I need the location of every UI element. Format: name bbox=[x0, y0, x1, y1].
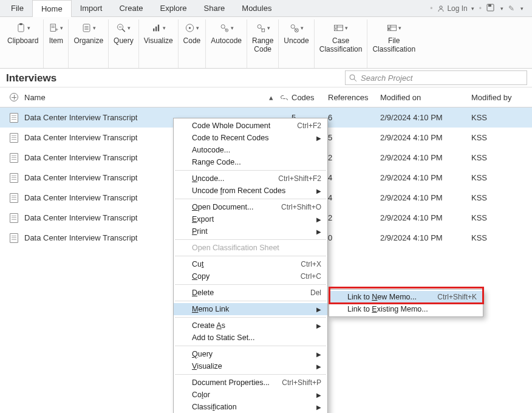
search-placeholder: Search Project bbox=[361, 73, 412, 83]
sort-asc-icon[interactable]: ▴ bbox=[265, 93, 277, 102]
menu-item-open-document[interactable]: Open Document...Ctrl+Shift+O bbox=[174, 201, 327, 213]
submenu-arrow-icon: ▶ bbox=[316, 188, 321, 194]
menu-item-shortcut: Ctrl+Shift+P bbox=[282, 378, 321, 387]
chevron-down-icon[interactable]: ▾ bbox=[520, 5, 523, 12]
menu-item-code-to-recent-codes[interactable]: Code to Recent Codes▶ bbox=[174, 132, 327, 144]
ribbon-clipboard[interactable]: ▾Clipboard bbox=[2, 19, 44, 68]
menu-item-memo-link[interactable]: Memo Link▶ bbox=[174, 303, 327, 315]
document-icon bbox=[6, 173, 22, 183]
ribbon-item[interactable]: +▾Item bbox=[44, 19, 69, 68]
menu-item-copy[interactable]: CopyCtrl+C bbox=[174, 270, 327, 282]
menu-item-label: Query bbox=[192, 350, 304, 358]
ribbon-icon: ▾ bbox=[256, 21, 270, 35]
menu-item-query[interactable]: Query▶ bbox=[174, 348, 327, 360]
menutab-modules[interactable]: Modules bbox=[233, 0, 280, 17]
memo-link-submenu[interactable]: Link to New Memo...Ctrl+Shift+KLink to E… bbox=[329, 289, 483, 317]
ribbon-uncode[interactable]: ▾Uncode bbox=[279, 19, 314, 68]
menu-item-label: Uncode from Recent Codes bbox=[192, 186, 304, 195]
row-modified-by: KSS bbox=[471, 153, 526, 162]
header-references[interactable]: References bbox=[328, 93, 380, 102]
ribbon-visualize[interactable]: ▾Visualize bbox=[139, 19, 179, 68]
menu-item-label: Cut bbox=[192, 260, 288, 268]
svg-rect-2 bbox=[488, 4, 491, 7]
menu-item-color[interactable]: Color▶ bbox=[174, 389, 327, 401]
header-codes[interactable]: Codes bbox=[292, 93, 328, 102]
link-icon bbox=[277, 93, 292, 102]
ribbon-icon: ▾ bbox=[219, 21, 234, 35]
menu-item-uncode-from-recent-codes[interactable]: Uncode from Recent Codes▶ bbox=[174, 185, 327, 197]
menutab-share[interactable]: Share bbox=[196, 0, 234, 17]
menu-item-label: Export bbox=[192, 215, 304, 224]
ribbon-case-classification[interactable]: ▾Case Classification bbox=[315, 19, 368, 68]
menu-separator bbox=[175, 284, 326, 285]
menu-item-range-code[interactable]: Range Code... bbox=[174, 156, 327, 168]
menu-item-label: Uncode... bbox=[192, 174, 266, 183]
context-menu[interactable]: Code Whole DocumentCtrl+F2Code to Recent… bbox=[173, 118, 328, 413]
menu-item-cut[interactable]: CutCtrl+X bbox=[174, 258, 327, 270]
user-icon: Log In ▾ bbox=[437, 4, 474, 13]
header-modified-on[interactable]: Modified on bbox=[380, 93, 471, 102]
menu-item-delete[interactable]: DeleteDel bbox=[174, 287, 327, 299]
menu-item-uncode[interactable]: Uncode...Ctrl+Shift+F2 bbox=[174, 172, 327, 185]
menu-item-autocode[interactable]: Autocode... bbox=[174, 144, 327, 156]
menu-item-add-to-static-set[interactable]: Add to Static Set... bbox=[174, 332, 327, 344]
menu-item-export[interactable]: Export▶ bbox=[174, 213, 327, 225]
menu-item-shortcut: Ctrl+Shift+K bbox=[437, 293, 477, 301]
menu-item-label: Delete bbox=[192, 288, 298, 297]
svg-point-28 bbox=[291, 25, 295, 29]
save-icon[interactable] bbox=[486, 4, 494, 13]
menu-item-document-properties[interactable]: Document Properties...Ctrl+Shift+P bbox=[174, 377, 327, 389]
menu-item-create-as[interactable]: Create As▶ bbox=[174, 319, 327, 332]
menu-separator bbox=[175, 301, 326, 301]
menutab-create[interactable]: Create bbox=[111, 0, 151, 17]
menutab-file[interactable]: File bbox=[2, 0, 32, 17]
menu-item-link-to-existing-memo[interactable]: Link to Existing Memo... bbox=[329, 303, 483, 315]
ribbon-range-code[interactable]: ▾Range Code bbox=[247, 19, 279, 68]
ribbon-icon: ▾ bbox=[289, 21, 304, 35]
menutab-import[interactable]: Import bbox=[72, 0, 111, 17]
add-row-button[interactable] bbox=[6, 93, 22, 101]
edit-icon[interactable]: ✎ bbox=[508, 4, 514, 13]
login-label[interactable]: Log In bbox=[447, 4, 467, 13]
svg-point-24 bbox=[226, 30, 227, 31]
search-input[interactable]: Search Project bbox=[345, 70, 527, 85]
row-references: 4 bbox=[328, 193, 380, 202]
ribbon-autocode[interactable]: ▾Autocode bbox=[206, 19, 247, 68]
row-modified-by: KSS bbox=[471, 133, 526, 142]
menu-item-code-whole-document[interactable]: Code Whole DocumentCtrl+F2 bbox=[174, 120, 327, 132]
menu-item-label: Link to Existing Memo... bbox=[347, 305, 477, 313]
ribbon-label: Query bbox=[114, 36, 134, 45]
menu-item-label: Memo Link bbox=[192, 305, 304, 313]
menu-item-label: Copy bbox=[192, 272, 288, 281]
menu-item-print[interactable]: Print▶ bbox=[174, 225, 327, 237]
ribbon-icon: ▾ bbox=[116, 21, 131, 35]
ribbon-file-classification[interactable]: ▾File Classification bbox=[367, 19, 420, 68]
ribbon-query[interactable]: ▾Query bbox=[109, 19, 139, 68]
menu-separator bbox=[175, 170, 326, 171]
ribbon-label: Range Code bbox=[252, 36, 273, 54]
menu-separator bbox=[175, 239, 326, 240]
header-name[interactable]: Name bbox=[22, 93, 265, 102]
menu-item-shortcut: Ctrl+Shift+F2 bbox=[278, 174, 321, 183]
submenu-arrow-icon: ▶ bbox=[316, 363, 321, 370]
plus-circle-icon bbox=[10, 93, 18, 101]
menu-item-label: Visualize bbox=[192, 362, 304, 370]
menutab-home[interactable]: Home bbox=[32, 0, 72, 17]
ribbon-label: Code bbox=[183, 36, 201, 45]
menu-item-classification[interactable]: Classification▶ bbox=[174, 401, 327, 413]
menu-item-link-to-new-memo[interactable]: Link to New Memo...Ctrl+Shift+K bbox=[329, 291, 483, 303]
menubar: FileHomeImportCreateExploreShareModules … bbox=[0, 0, 532, 17]
header-modified-by[interactable]: Modified by bbox=[471, 93, 526, 102]
chevron-down-icon: ▾ bbox=[471, 5, 474, 12]
menu-item-label: Code Whole Document bbox=[192, 121, 285, 130]
chevron-down-icon: ▾ bbox=[398, 25, 401, 31]
ribbon-icon: +▾ bbox=[49, 21, 63, 35]
ribbon-code[interactable]: ▾Code bbox=[179, 19, 206, 68]
grid-header: Name ▴ Codes References Modified on Modi… bbox=[0, 87, 532, 108]
menutab-explore[interactable]: Explore bbox=[152, 0, 196, 17]
chevron-down-icon[interactable]: ▾ bbox=[500, 5, 503, 12]
row-references: 6 bbox=[328, 113, 380, 122]
menu-item-label: Add to Static Set... bbox=[192, 333, 321, 342]
ribbon-organize[interactable]: ▾Organize bbox=[69, 19, 109, 68]
menu-item-visualize[interactable]: Visualize▶ bbox=[174, 360, 327, 372]
